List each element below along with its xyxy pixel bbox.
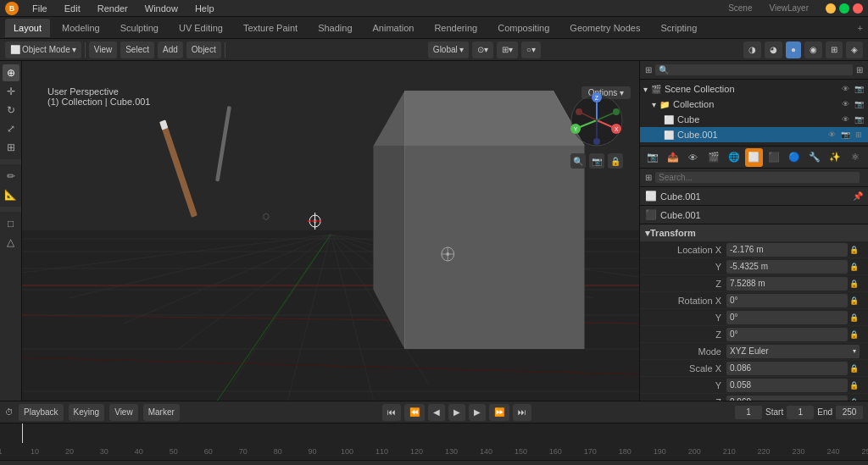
- location-z-lock[interactable]: 🔒: [848, 278, 860, 290]
- cube001-eye-btn[interactable]: 👁: [826, 129, 837, 141]
- tool-measure[interactable]: 📐: [3, 186, 19, 203]
- current-frame-input[interactable]: 1: [735, 406, 762, 419]
- tool-annotate[interactable]: ✏: [3, 168, 19, 185]
- tab-animation[interactable]: Animation: [364, 19, 423, 37]
- prop-pin-icon[interactable]: 📌: [853, 191, 863, 201]
- tool-transform[interactable]: ⊞: [3, 139, 19, 156]
- tab-modeling[interactable]: Modeling: [53, 19, 108, 37]
- play-btn[interactable]: ▶: [448, 404, 465, 421]
- tab-compositing[interactable]: Compositing: [489, 19, 558, 37]
- rotation-z-lock[interactable]: 🔒: [848, 329, 860, 340]
- location-x-lock[interactable]: 🔒: [848, 244, 860, 256]
- cube001-row[interactable]: ⬜ Cube.001 👁 📷 ⊞: [640, 127, 868, 142]
- zoom-in-button[interactable]: 🔍: [570, 153, 586, 169]
- cube-eye-btn[interactable]: 👁: [839, 113, 851, 125]
- marker-menu[interactable]: Marker: [143, 404, 180, 421]
- cube001-render-btn[interactable]: 📷: [839, 129, 851, 141]
- select-menu[interactable]: Select: [120, 42, 154, 58]
- prop-world-icon[interactable]: 🌐: [725, 148, 743, 167]
- object-menu[interactable]: Object: [186, 42, 221, 58]
- pivot-center[interactable]: ⊙▾: [472, 42, 493, 58]
- maximize-button[interactable]: [839, 3, 849, 14]
- tool-scale[interactable]: ⤢: [3, 120, 19, 137]
- scale-x-lock[interactable]: 🔒: [848, 363, 860, 374]
- scale-z-value[interactable]: 0.969: [726, 396, 848, 401]
- view-menu-timeline[interactable]: View: [109, 404, 138, 421]
- prop-object-icon[interactable]: ⬜: [745, 148, 764, 167]
- tab-sculpting[interactable]: Sculpting: [112, 19, 167, 37]
- tab-scripting[interactable]: Scripting: [652, 19, 705, 37]
- jump-start-btn[interactable]: ⏮: [382, 404, 401, 421]
- prop-modifier-icon[interactable]: 🔧: [805, 148, 824, 167]
- location-y-lock[interactable]: 🔒: [848, 261, 860, 273]
- viewport-shading-rendered[interactable]: ●: [786, 42, 801, 58]
- menu-file[interactable]: File: [29, 3, 51, 14]
- transform-global[interactable]: Global ▾: [428, 42, 469, 58]
- rotation-mode-dropdown[interactable]: XYZ Euler ▾: [726, 345, 860, 358]
- add-workspace-btn[interactable]: +: [858, 23, 863, 33]
- rotation-y-lock[interactable]: 🔒: [848, 312, 860, 324]
- collection-row[interactable]: ▾ 📁 Collection 👁 📷: [640, 97, 868, 112]
- timeline-icon[interactable]: ⏱: [5, 407, 14, 417]
- viewport-shading-eevee[interactable]: ◉: [804, 42, 822, 58]
- snap-toggle[interactable]: ⊞▾: [497, 42, 518, 58]
- prop-physics-icon[interactable]: ⚛: [846, 148, 865, 167]
- menu-edit[interactable]: Edit: [61, 3, 84, 14]
- close-button[interactable]: [853, 3, 863, 14]
- keying-menu[interactable]: Keying: [69, 404, 105, 421]
- timeline-content[interactable]: 1102030405060708090100110120130140150160…: [0, 423, 868, 460]
- tab-texture-paint[interactable]: Texture Paint: [235, 19, 306, 37]
- end-frame-input[interactable]: 250: [836, 406, 863, 419]
- cube001-filter-btn[interactable]: ⊞: [853, 129, 865, 141]
- tool-add-cube[interactable]: □: [3, 215, 19, 232]
- location-y-value[interactable]: -5.4325 m: [726, 260, 848, 274]
- rotation-z-value[interactable]: 0°: [726, 328, 848, 341]
- tool-move[interactable]: ✛: [3, 83, 19, 100]
- xray-toggle[interactable]: ◈: [846, 42, 863, 58]
- menu-window[interactable]: Window: [142, 3, 181, 14]
- prop-view-icon[interactable]: 👁: [684, 148, 703, 167]
- mode-selector[interactable]: ⬜ Object Mode ▾: [5, 42, 81, 58]
- tab-shading[interactable]: Shading: [309, 19, 360, 37]
- tool-add-cone[interactable]: △: [3, 234, 19, 251]
- prop-mesh-icon[interactable]: ⬛: [765, 148, 783, 167]
- prop-output-icon[interactable]: 📤: [664, 148, 682, 167]
- tool-rotate[interactable]: ↻: [3, 102, 19, 119]
- scene-render-btn[interactable]: 📷: [853, 83, 865, 95]
- scale-y-lock[interactable]: 🔒: [848, 379, 860, 391]
- transform-header[interactable]: ▾ Transform: [640, 224, 868, 241]
- collection-eye-btn[interactable]: 👁: [839, 98, 851, 110]
- navigation-gizmo[interactable]: Z X Y: [567, 91, 626, 150]
- scene-collection-row[interactable]: ▾ 🎬 Scene Collection 👁 📷: [640, 81, 868, 97]
- viewport[interactable]: ⬡ User Perspective (1) Collection | Cube…: [22, 61, 639, 401]
- next-keyframe-btn[interactable]: ▶: [469, 404, 486, 421]
- prev-frame-btn[interactable]: ⏪: [404, 404, 425, 421]
- collection-render-btn[interactable]: 📷: [853, 98, 865, 110]
- playback-menu[interactable]: Playback: [19, 404, 64, 421]
- prop-particles-icon[interactable]: ✨: [826, 148, 844, 167]
- menu-render[interactable]: Render: [94, 3, 131, 14]
- rotation-x-value[interactable]: 0°: [726, 294, 848, 307]
- rotation-x-lock[interactable]: 🔒: [848, 295, 860, 307]
- proportional-edit[interactable]: ○▾: [521, 42, 541, 58]
- properties-search-input[interactable]: [655, 172, 860, 183]
- scale-y-value[interactable]: 0.058: [726, 379, 848, 392]
- tab-layout[interactable]: Layout: [5, 19, 50, 37]
- minimize-button[interactable]: [826, 3, 836, 14]
- scale-z-lock[interactable]: 🔒: [848, 396, 860, 401]
- location-z-value[interactable]: 7.5288 m: [726, 277, 848, 291]
- prev-keyframe-btn[interactable]: ◀: [428, 404, 445, 421]
- prop-scene-icon[interactable]: 🎬: [704, 148, 723, 167]
- menu-help[interactable]: Help: [192, 3, 218, 14]
- add-menu[interactable]: Add: [158, 42, 183, 58]
- next-frame-btn[interactable]: ⏩: [489, 404, 509, 421]
- location-x-value[interactable]: -2.176 m: [726, 243, 848, 257]
- viewport-shading-material[interactable]: ◕: [765, 42, 782, 58]
- scale-x-value[interactable]: 0.086: [726, 362, 848, 375]
- camera-view-button[interactable]: 📷: [589, 153, 604, 169]
- scene-eye-btn[interactable]: 👁: [839, 83, 851, 95]
- tool-cursor[interactable]: ⊕: [3, 64, 19, 81]
- prop-material-icon[interactable]: 🔵: [785, 148, 804, 167]
- rotation-y-value[interactable]: 0°: [726, 311, 848, 324]
- lock-camera-button[interactable]: 🔒: [608, 153, 623, 169]
